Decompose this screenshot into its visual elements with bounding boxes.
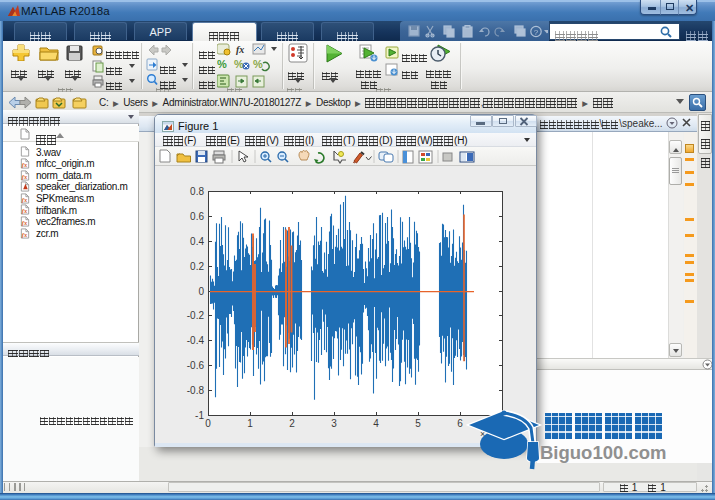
svg-text:fx: fx: [22, 196, 28, 203]
svg-text:fx: fx: [236, 44, 244, 55]
svg-text:?: ?: [534, 28, 539, 37]
svg-text:%: %: [253, 58, 263, 70]
svg-text:fx: fx: [22, 161, 28, 168]
svg-text:fx: fx: [22, 231, 28, 238]
svg-text:%: %: [234, 58, 244, 70]
svg-text:%: %: [217, 58, 227, 70]
svg-text:fx: fx: [22, 207, 28, 214]
svg-text:fx: fx: [22, 173, 28, 180]
svg-text:fx: fx: [22, 219, 28, 226]
